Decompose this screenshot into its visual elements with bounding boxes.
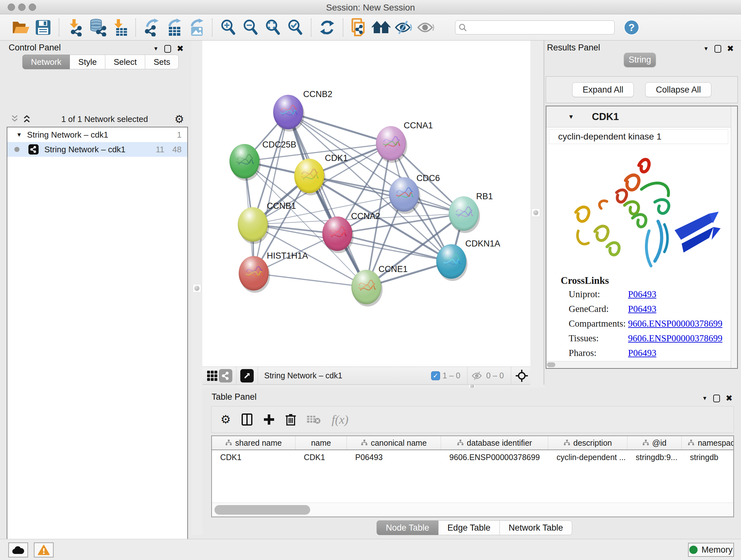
delete-column-trash-icon[interactable]	[286, 414, 296, 426]
network-node-RB1[interactable]	[449, 196, 480, 233]
home-layout-icon[interactable]	[370, 18, 393, 37]
view-string-icon[interactable]	[219, 369, 232, 382]
results-panel-close-icon[interactable]: ✖	[727, 44, 734, 54]
export-network-icon[interactable]	[140, 18, 163, 37]
network-node-CCNB2[interactable]	[273, 95, 305, 132]
show-all-eye-icon[interactable]	[415, 18, 437, 37]
crosslink-link[interactable]: P06493	[628, 289, 657, 299]
expand-all-button[interactable]: Expand All	[572, 82, 634, 97]
table-panel-close-icon[interactable]: ✖	[726, 393, 733, 403]
crosslink-link[interactable]: 9606.ENSP00000378699	[628, 318, 723, 328]
delete-table-icon[interactable]	[307, 415, 321, 425]
table-panel-float-icon[interactable]	[713, 395, 720, 402]
tab-style[interactable]: Style	[70, 55, 105, 69]
help-icon[interactable]: ?	[620, 18, 643, 37]
table-cell[interactable]: CDK1	[212, 450, 295, 464]
cloud-button[interactable]	[8, 543, 28, 557]
selected-checkbox-icon[interactable]: ✓	[431, 371, 440, 380]
results-horizontal-scrollbar[interactable]	[546, 361, 731, 368]
gene-collapse-icon[interactable]: ▼	[568, 113, 574, 120]
collection-expand-icon[interactable]: ▼	[16, 132, 22, 138]
crosslink-link[interactable]: P06493	[628, 304, 657, 314]
control-panel-float-icon[interactable]	[164, 45, 171, 53]
collapse-all-button[interactable]: Collapse All	[645, 82, 711, 97]
zoom-fit-icon[interactable]	[262, 18, 284, 37]
save-session-icon[interactable]	[32, 18, 54, 37]
gene-section-header[interactable]: ▼ CDK1	[546, 106, 731, 127]
network-node-CCNA1[interactable]	[376, 126, 407, 163]
crosslink-link[interactable]: 9606.ENSP00000378699	[628, 333, 723, 343]
network-row-selected[interactable]: String Network – cdk1 11 48	[7, 142, 187, 157]
tab-sets[interactable]: Sets	[145, 55, 179, 69]
hidden-eye-icon[interactable]	[471, 371, 483, 380]
left-splitter[interactable]	[192, 41, 202, 535]
import-network-database-icon[interactable]	[86, 18, 109, 37]
table-panel-menu-icon[interactable]: ▼	[702, 395, 708, 401]
table-options-gear-icon[interactable]: ⚙	[220, 413, 231, 426]
column-header-namespace[interactable]: namespace	[682, 436, 734, 449]
zoom-in-icon[interactable]	[217, 18, 239, 37]
control-panel-menu-icon[interactable]: ▼	[153, 46, 158, 52]
crosslink-link[interactable]: P06493	[628, 348, 657, 358]
table-cell[interactable]: P06493	[347, 450, 441, 464]
export-table-icon[interactable]	[163, 18, 185, 37]
function-builder-icon[interactable]: f(x)	[332, 413, 348, 427]
network-options-gear-icon[interactable]: ⚙	[175, 113, 184, 125]
table-horizontal-scrollbar[interactable]	[212, 503, 733, 516]
network-edge-HIST1H1A-CCNE1[interactable]	[254, 273, 366, 287]
table-cell[interactable]: cyclin-dependent ...	[548, 450, 627, 464]
fit-content-crosshair-icon[interactable]	[515, 369, 529, 382]
add-column-icon[interactable]	[263, 414, 275, 425]
results-vertical-scrollbar[interactable]	[731, 106, 737, 368]
column-header-description[interactable]: description	[548, 436, 627, 449]
table-cell[interactable]: 9606.ENSP00000378699	[441, 450, 548, 464]
network-canvas[interactable]: CCNB2CCNA1CDC25BCDK1CDC6RB1CCNB1CCNA2CDK…	[202, 41, 530, 367]
network-edge-CCNB2-CCNE1[interactable]	[288, 112, 366, 287]
column-header-shared-name[interactable]: shared name	[212, 436, 295, 449]
network-node-CCNE1[interactable]	[351, 270, 383, 307]
hide-selected-eye-icon[interactable]	[393, 18, 415, 37]
network-collection-row[interactable]: ▼ String Network – cdk1 1	[7, 127, 187, 142]
network-node-HIST1H1A[interactable]	[239, 256, 270, 293]
open-view-icon[interactable]	[240, 369, 254, 382]
network-node-CDK1[interactable]	[294, 159, 326, 195]
refresh-icon[interactable]	[316, 18, 338, 37]
table-row[interactable]: CDK1CDK1P064939606.ENSP00000378699cyclin…	[212, 450, 733, 464]
table-cell[interactable]: stringdb:9...	[627, 450, 682, 464]
column-header-name[interactable]: name	[295, 436, 347, 449]
memory-button[interactable]: Memory	[688, 543, 734, 557]
results-panel-float-icon[interactable]	[715, 45, 721, 53]
tab-node-table[interactable]: Node Table	[377, 520, 439, 535]
open-session-icon[interactable]	[10, 18, 32, 37]
network-node-CDC25B[interactable]	[229, 144, 261, 181]
results-panel-menu-icon[interactable]: ▼	[703, 46, 709, 52]
network-edges[interactable]	[245, 112, 464, 287]
collapse-all-networks-icon[interactable]	[10, 114, 19, 124]
tab-network[interactable]: Network	[22, 55, 70, 69]
zoom-out-icon[interactable]	[239, 18, 262, 37]
column-header--id[interactable]: @id	[627, 436, 682, 449]
import-table-file-icon[interactable]	[109, 18, 131, 37]
network-node-CDKN1A[interactable]	[436, 244, 468, 281]
clone-network-icon[interactable]	[348, 18, 370, 37]
birdseye-grid-icon[interactable]	[205, 369, 219, 382]
expand-all-networks-icon[interactable]	[22, 114, 31, 124]
tab-string[interactable]: String	[624, 53, 656, 67]
search-input[interactable]	[467, 23, 607, 32]
table-cell[interactable]: CDK1	[295, 450, 347, 464]
tab-select[interactable]: Select	[105, 55, 145, 69]
column-header-database-identifier[interactable]: database identifier	[441, 436, 548, 449]
show-columns-icon[interactable]	[242, 414, 253, 426]
tab-edge-table[interactable]: Edge Table	[439, 520, 500, 535]
warnings-button[interactable]	[34, 543, 54, 557]
network-edge-CCNB2-HIST1H1A[interactable]	[254, 112, 288, 273]
zoom-selected-icon[interactable]	[284, 18, 307, 37]
import-network-file-icon[interactable]	[64, 18, 86, 37]
network-node-CCNB1[interactable]	[238, 207, 269, 244]
table-cell[interactable]: stringdb	[682, 450, 734, 464]
tab-network-table[interactable]: Network Table	[500, 520, 572, 535]
export-image-icon[interactable]	[185, 18, 207, 37]
toolbar-search[interactable]	[455, 20, 615, 35]
network-node-CCNA2[interactable]	[322, 216, 354, 253]
control-panel-close-icon[interactable]: ✖	[177, 44, 184, 54]
